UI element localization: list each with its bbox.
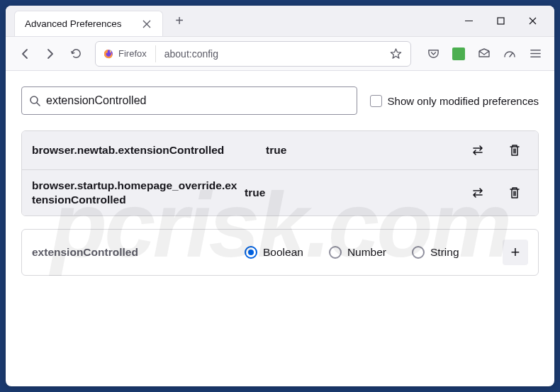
add-pref-button[interactable]: + [503, 240, 528, 265]
search-row: Show only modified preferences [21, 86, 539, 115]
identity-label: Firefox [118, 48, 147, 59]
type-radio-group: Boolean Number String [245, 246, 503, 259]
browser-window: Advanced Preferences + Firefox about:con… [6, 6, 554, 386]
dashboard-button[interactable] [498, 42, 522, 66]
extension-icon [452, 47, 465, 60]
new-pref-name: extensionControlled [32, 246, 245, 259]
inbox-button[interactable] [472, 42, 496, 66]
close-window-button[interactable] [517, 10, 549, 33]
type-radio-string[interactable]: String [412, 246, 459, 259]
nav-toolbar: Firefox about:config [6, 37, 554, 71]
pref-results: browser.newtab.extensionControlled true … [21, 130, 539, 216]
pref-row[interactable]: browser.startup.homepage_override.extens… [22, 169, 538, 215]
tab-title: Advanced Preferences [25, 18, 141, 29]
pref-actions [464, 140, 528, 161]
app-menu-button[interactable] [523, 42, 547, 66]
config-search-input[interactable] [40, 94, 349, 107]
window-controls [453, 10, 554, 33]
about-config-content: Show only modified preferences browser.n… [6, 71, 554, 386]
search-icon [29, 95, 40, 106]
search-container [21, 86, 357, 115]
pref-name: browser.startup.homepage_override.extens… [32, 179, 245, 207]
pref-name: browser.newtab.extensionControlled [32, 143, 266, 157]
pref-value: true [266, 144, 464, 157]
firefox-icon [103, 48, 114, 60]
url-text[interactable]: about:config [155, 45, 385, 62]
delete-button[interactable] [501, 140, 528, 161]
pref-row[interactable]: browser.newtab.extensionControlled true [22, 131, 538, 169]
back-button[interactable] [13, 42, 37, 66]
toggle-button[interactable] [464, 140, 491, 161]
tab-strip: Advanced Preferences + [6, 6, 453, 36]
radio-indicator [245, 246, 257, 259]
forward-button[interactable] [38, 42, 62, 66]
tab-active[interactable]: Advanced Preferences [14, 11, 163, 36]
show-modified-checkbox[interactable]: Show only modified preferences [370, 95, 539, 107]
pref-actions [464, 182, 528, 203]
show-modified-label: Show only modified preferences [388, 95, 539, 107]
radio-indicator [329, 246, 342, 259]
extension-button[interactable] [447, 42, 471, 66]
new-tab-button[interactable]: + [169, 11, 190, 32]
delete-button[interactable] [501, 182, 528, 203]
titlebar: Advanced Preferences + [6, 6, 554, 37]
identity-box[interactable]: Firefox [97, 44, 154, 64]
type-radio-number[interactable]: Number [329, 246, 386, 259]
radio-indicator [412, 246, 425, 259]
pocket-button[interactable] [421, 42, 445, 66]
maximize-button[interactable] [485, 10, 517, 33]
svg-rect-0 [498, 18, 504, 24]
reload-button[interactable] [64, 42, 88, 66]
new-pref-row: extensionControlled Boolean Number Strin… [21, 229, 539, 276]
minimize-button[interactable] [453, 10, 485, 33]
checkbox-box [370, 95, 382, 107]
close-tab-button[interactable] [141, 18, 152, 30]
pref-value: true [245, 186, 464, 199]
url-bar[interactable]: Firefox about:config [95, 41, 411, 67]
type-radio-boolean[interactable]: Boolean [245, 246, 303, 259]
toolbar-right [418, 42, 547, 66]
toggle-button[interactable] [464, 182, 491, 203]
bookmark-star-button[interactable] [385, 43, 406, 65]
